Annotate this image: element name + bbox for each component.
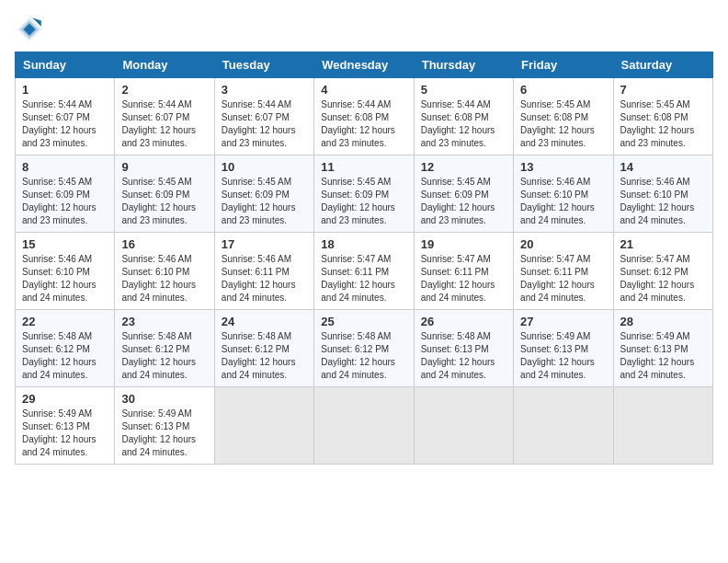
- day-number: 24: [222, 315, 307, 328]
- weekday-header-monday: Monday: [115, 52, 214, 78]
- day-info: Sunrise: 5:49 AMSunset: 6:13 PMDaylight:…: [520, 330, 606, 382]
- day-info: Sunrise: 5:47 AMSunset: 6:11 PMDaylight:…: [520, 253, 606, 304]
- calendar-cell: 9Sunrise: 5:45 AMSunset: 6:09 PMDaylight…: [115, 155, 214, 233]
- day-number: 22: [22, 315, 108, 328]
- day-number: 25: [321, 315, 406, 328]
- calendar-header: SundayMondayTuesdayWednesdayThursdayFrid…: [16, 52, 713, 78]
- calendar-cell: [214, 387, 313, 465]
- calendar-cell: 30Sunrise: 5:49 AMSunset: 6:13 PMDayligh…: [115, 387, 214, 465]
- day-info: Sunrise: 5:44 AMSunset: 6:07 PMDaylight:…: [222, 98, 307, 150]
- day-number: 16: [121, 237, 207, 251]
- day-number: 18: [321, 237, 406, 251]
- day-info: Sunrise: 5:45 AMSunset: 6:09 PMDaylight:…: [421, 176, 506, 227]
- calendar-cell: [514, 387, 613, 465]
- day-number: 21: [620, 237, 706, 251]
- day-info: Sunrise: 5:45 AMSunset: 6:08 PMDaylight:…: [620, 98, 706, 150]
- calendar-cell: 7Sunrise: 5:45 AMSunset: 6:08 PMDaylight…: [613, 78, 712, 155]
- calendar-week-5: 29Sunrise: 5:49 AMSunset: 6:13 PMDayligh…: [16, 387, 713, 465]
- day-info: Sunrise: 5:49 AMSunset: 6:13 PMDaylight:…: [22, 408, 108, 459]
- calendar-cell: 21Sunrise: 5:47 AMSunset: 6:12 PMDayligh…: [613, 233, 712, 310]
- day-number: 27: [520, 315, 606, 328]
- weekday-header-sunday: Sunday: [16, 52, 115, 78]
- day-info: Sunrise: 5:45 AMSunset: 6:09 PMDaylight:…: [321, 176, 406, 227]
- calendar-cell: 27Sunrise: 5:49 AMSunset: 6:13 PMDayligh…: [514, 310, 613, 387]
- day-number: 8: [22, 160, 108, 174]
- day-info: Sunrise: 5:44 AMSunset: 6:08 PMDaylight:…: [421, 98, 506, 150]
- day-info: Sunrise: 5:48 AMSunset: 6:12 PMDaylight:…: [121, 330, 207, 382]
- calendar-week-4: 22Sunrise: 5:48 AMSunset: 6:12 PMDayligh…: [16, 310, 713, 387]
- calendar-cell: 24Sunrise: 5:48 AMSunset: 6:12 PMDayligh…: [214, 310, 313, 387]
- calendar-week-1: 1Sunrise: 5:44 AMSunset: 6:07 PMDaylight…: [16, 78, 713, 155]
- day-number: 28: [620, 315, 706, 328]
- day-info: Sunrise: 5:45 AMSunset: 6:08 PMDaylight:…: [520, 98, 606, 150]
- weekday-header-tuesday: Tuesday: [214, 52, 313, 78]
- header-row: SundayMondayTuesdayWednesdayThursdayFrid…: [16, 52, 713, 78]
- logo-icon: [15, 15, 44, 44]
- weekday-header-wednesday: Wednesday: [314, 52, 414, 78]
- day-number: 19: [421, 237, 506, 251]
- day-info: Sunrise: 5:47 AMSunset: 6:11 PMDaylight:…: [421, 253, 506, 304]
- page-header: [15, 15, 713, 44]
- calendar-cell: 4Sunrise: 5:44 AMSunset: 6:08 PMDaylight…: [314, 78, 414, 155]
- weekday-header-thursday: Thursday: [414, 52, 513, 78]
- calendar-cell: 22Sunrise: 5:48 AMSunset: 6:12 PMDayligh…: [16, 310, 115, 387]
- calendar-cell: 2Sunrise: 5:44 AMSunset: 6:07 PMDaylight…: [115, 78, 214, 155]
- calendar-table: SundayMondayTuesdayWednesdayThursdayFrid…: [15, 52, 713, 465]
- calendar-cell: 8Sunrise: 5:45 AMSunset: 6:09 PMDaylight…: [16, 155, 115, 233]
- day-number: 3: [222, 83, 307, 97]
- day-info: Sunrise: 5:46 AMSunset: 6:10 PMDaylight:…: [620, 176, 706, 227]
- day-number: 5: [421, 83, 506, 97]
- day-number: 6: [520, 83, 606, 97]
- calendar-cell: 28Sunrise: 5:49 AMSunset: 6:13 PMDayligh…: [613, 310, 712, 387]
- day-info: Sunrise: 5:48 AMSunset: 6:12 PMDaylight:…: [321, 330, 406, 382]
- calendar-cell: 15Sunrise: 5:46 AMSunset: 6:10 PMDayligh…: [16, 233, 115, 310]
- day-number: 7: [620, 83, 706, 97]
- day-info: Sunrise: 5:48 AMSunset: 6:12 PMDaylight:…: [222, 330, 307, 382]
- calendar-week-2: 8Sunrise: 5:45 AMSunset: 6:09 PMDaylight…: [16, 155, 713, 233]
- day-info: Sunrise: 5:49 AMSunset: 6:13 PMDaylight:…: [121, 408, 207, 459]
- day-number: 13: [520, 160, 606, 174]
- calendar-cell: 26Sunrise: 5:48 AMSunset: 6:13 PMDayligh…: [414, 310, 513, 387]
- weekday-header-friday: Friday: [514, 52, 613, 78]
- calendar-cell: 13Sunrise: 5:46 AMSunset: 6:10 PMDayligh…: [514, 155, 613, 233]
- day-number: 20: [520, 237, 606, 251]
- logo: [15, 15, 48, 44]
- day-info: Sunrise: 5:45 AMSunset: 6:09 PMDaylight:…: [22, 176, 108, 227]
- calendar-week-3: 15Sunrise: 5:46 AMSunset: 6:10 PMDayligh…: [16, 233, 713, 310]
- calendar-cell: 5Sunrise: 5:44 AMSunset: 6:08 PMDaylight…: [414, 78, 513, 155]
- calendar-cell: 17Sunrise: 5:46 AMSunset: 6:11 PMDayligh…: [214, 233, 313, 310]
- day-number: 4: [321, 83, 406, 97]
- calendar-cell: 1Sunrise: 5:44 AMSunset: 6:07 PMDaylight…: [16, 78, 115, 155]
- calendar-cell: 29Sunrise: 5:49 AMSunset: 6:13 PMDayligh…: [16, 387, 115, 465]
- calendar-cell: 11Sunrise: 5:45 AMSunset: 6:09 PMDayligh…: [314, 155, 414, 233]
- day-number: 30: [121, 392, 207, 406]
- calendar-cell: [613, 387, 712, 465]
- day-info: Sunrise: 5:45 AMSunset: 6:09 PMDaylight:…: [222, 176, 307, 227]
- day-number: 17: [222, 237, 307, 251]
- calendar-cell: 12Sunrise: 5:45 AMSunset: 6:09 PMDayligh…: [414, 155, 513, 233]
- calendar-cell: 16Sunrise: 5:46 AMSunset: 6:10 PMDayligh…: [115, 233, 214, 310]
- day-number: 11: [321, 160, 406, 174]
- calendar-cell: 25Sunrise: 5:48 AMSunset: 6:12 PMDayligh…: [314, 310, 414, 387]
- calendar-cell: 18Sunrise: 5:47 AMSunset: 6:11 PMDayligh…: [314, 233, 414, 310]
- calendar-cell: 6Sunrise: 5:45 AMSunset: 6:08 PMDaylight…: [514, 78, 613, 155]
- day-info: Sunrise: 5:48 AMSunset: 6:12 PMDaylight:…: [22, 330, 108, 382]
- day-info: Sunrise: 5:46 AMSunset: 6:10 PMDaylight:…: [22, 253, 108, 304]
- day-info: Sunrise: 5:47 AMSunset: 6:12 PMDaylight:…: [620, 253, 706, 304]
- day-info: Sunrise: 5:44 AMSunset: 6:07 PMDaylight:…: [22, 98, 108, 150]
- day-number: 15: [22, 237, 108, 251]
- day-info: Sunrise: 5:44 AMSunset: 6:07 PMDaylight:…: [121, 98, 207, 150]
- calendar-cell: 3Sunrise: 5:44 AMSunset: 6:07 PMDaylight…: [214, 78, 313, 155]
- weekday-header-saturday: Saturday: [613, 52, 712, 78]
- day-number: 26: [421, 315, 506, 328]
- calendar-body: 1Sunrise: 5:44 AMSunset: 6:07 PMDaylight…: [16, 78, 713, 465]
- day-number: 12: [421, 160, 506, 174]
- day-info: Sunrise: 5:45 AMSunset: 6:09 PMDaylight:…: [121, 176, 207, 227]
- day-number: 29: [22, 392, 108, 406]
- calendar-cell: [414, 387, 513, 465]
- day-info: Sunrise: 5:46 AMSunset: 6:10 PMDaylight:…: [520, 176, 606, 227]
- day-number: 14: [620, 160, 706, 174]
- day-info: Sunrise: 5:46 AMSunset: 6:10 PMDaylight:…: [121, 253, 207, 304]
- calendar-cell: 19Sunrise: 5:47 AMSunset: 6:11 PMDayligh…: [414, 233, 513, 310]
- day-info: Sunrise: 5:48 AMSunset: 6:13 PMDaylight:…: [421, 330, 506, 382]
